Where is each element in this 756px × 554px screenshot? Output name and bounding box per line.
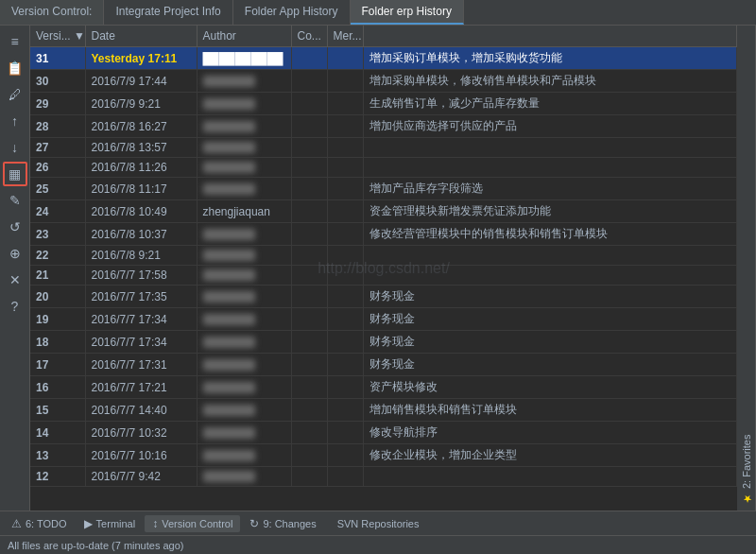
cell-date: 2016/7/8 13:57 — [85, 138, 197, 158]
bottom-tab-4[interactable]: SVN Repositories — [326, 516, 427, 531]
table-row[interactable]: 272016/7/8 13:57xxxxxxxxxx — [30, 138, 737, 158]
cell-date: 2016/7/7 17:34 — [85, 331, 197, 354]
cell-mer — [327, 376, 363, 399]
document-icon[interactable]: 📋 — [3, 56, 27, 80]
cell-author: xxxxxxxxxx — [197, 223, 291, 246]
table-row[interactable]: 172016/7/7 17:31xxxxxxxxxx财务现金 — [30, 354, 737, 376]
cell-co — [291, 47, 327, 70]
cell-author: ██████████ — [197, 47, 291, 70]
cell-date: 2016/7/9 17:44 — [85, 70, 197, 93]
tab-2[interactable]: Folder App History — [233, 0, 351, 25]
download-icon[interactable]: ↓ — [3, 135, 27, 160]
history-table-container[interactable]: http://blog.csdn.net/ Versi... ▼ Date Au… — [30, 26, 737, 511]
table-row[interactable]: 182016/7/7 17:34xxxxxxxxxx财务现金 — [30, 331, 737, 354]
cell-date: 2016/7/7 10:32 — [85, 422, 197, 444]
search-icon[interactable]: ⊕ — [3, 241, 27, 266]
tab-3[interactable]: Folder erp History — [351, 0, 464, 25]
table-row[interactable]: 282016/7/8 16:27xxxxxxxxxx增加供应商选择可供应的产品 — [30, 115, 737, 138]
refresh-icon[interactable]: ↺ — [3, 215, 27, 239]
bottom-tab-3[interactable]: ↻9: Changes — [242, 515, 323, 532]
bottom-tab-icon-1: ▶ — [84, 517, 93, 530]
table-row[interactable]: 302016/7/9 17:44xxxxxxxxxx增加采购单模块，修改销售单模… — [30, 70, 737, 93]
cell-co — [291, 422, 327, 444]
cell-date: 2016/7/7 17:34 — [85, 308, 197, 331]
table-row[interactable]: 142016/7/7 10:32xxxxxxxxxx修改导航排序 — [30, 422, 737, 444]
favorites-panel[interactable]: ★ 2: Favorites — [737, 26, 756, 511]
edit-icon[interactable]: ✎ — [3, 188, 27, 213]
status-bar: All files are up-to-date (7 minutes ago) — [0, 535, 756, 554]
cell-date: 2016/7/8 10:49 — [85, 200, 197, 223]
table-row[interactable]: 132016/7/7 10:16xxxxxxxxxx修改企业模块，增加企业类型 — [30, 444, 737, 467]
cell-version: 29 — [30, 93, 85, 115]
cell-co — [291, 286, 327, 308]
bottom-tab-1[interactable]: ▶Terminal — [77, 515, 144, 532]
cell-co — [291, 444, 327, 467]
table-header: Versi... ▼ Date Author Co... Mer... — [30, 26, 737, 47]
bottom-tab-2[interactable]: ↕Version Control — [145, 515, 240, 532]
table-row[interactable]: 162016/7/7 17:21xxxxxxxxxx资产模块修改 — [30, 376, 737, 399]
favorites-star-icon: ★ — [740, 493, 752, 505]
cell-message: 增加采购单模块，修改销售单模块和产品模块 — [363, 70, 737, 93]
cell-version: 28 — [30, 115, 85, 138]
table-row[interactable]: 202016/7/7 17:35xxxxxxxxxx财务现金 — [30, 286, 737, 308]
cell-author: xxxxxxxxxx — [197, 467, 291, 487]
col-mer[interactable]: Mer... — [327, 26, 363, 47]
col-date[interactable]: Date — [85, 26, 197, 47]
table-row[interactable]: 242016/7/8 10:49zhengjiaquan资金管理模块新增发票凭证… — [30, 200, 737, 223]
cell-date: 2016/7/8 11:17 — [85, 178, 197, 200]
tab-1[interactable]: Integrate Project Info — [104, 0, 232, 25]
col-co[interactable]: Co... — [291, 26, 327, 47]
cell-version: 16 — [30, 376, 85, 399]
cell-mer — [327, 70, 363, 93]
table-row[interactable]: 262016/7/8 11:26xxxxxxxxxx — [30, 158, 737, 178]
cell-mer — [327, 223, 363, 246]
table-row[interactable]: 31Yesterday 17:11██████████增加采购订单模块，增加采购… — [30, 47, 737, 70]
cell-co — [291, 200, 327, 223]
table-row[interactable]: 252016/7/8 11:17xxxxxxxxxx增加产品库存字段筛选 — [30, 178, 737, 200]
cell-version: 14 — [30, 422, 85, 444]
cell-co — [291, 223, 327, 246]
content-area: http://blog.csdn.net/ Versi... ▼ Date Au… — [30, 26, 737, 511]
cell-mer — [327, 158, 363, 178]
cell-co — [291, 266, 327, 286]
table-row[interactable]: 152016/7/7 14:40xxxxxxxxxx增加销售模块和销售订单模块 — [30, 399, 737, 422]
cell-version: 22 — [30, 246, 85, 266]
cell-message: 修改企业模块，增加企业类型 — [363, 444, 737, 467]
cell-version: 18 — [30, 331, 85, 354]
cell-mer — [327, 354, 363, 376]
cell-co — [291, 138, 327, 158]
bottom-tab-0[interactable]: ⚠6: TODO — [4, 515, 75, 532]
cell-co — [291, 93, 327, 115]
cell-date: 2016/7/8 10:37 — [85, 223, 197, 246]
grid-icon[interactable]: ▦ — [3, 162, 27, 186]
cell-mer — [327, 422, 363, 444]
close-icon[interactable]: ✕ — [3, 268, 27, 292]
cell-date: 2016/7/7 10:16 — [85, 444, 197, 467]
cell-version: 21 — [30, 266, 85, 286]
help-icon[interactable]: ? — [3, 294, 27, 319]
cell-message — [363, 246, 737, 266]
table-row[interactable]: 232016/7/8 10:37xxxxxxxxxx修改经营管理模块中的销售模块… — [30, 223, 737, 246]
table-row[interactable]: 192016/7/7 17:34xxxxxxxxxx财务现金 — [30, 308, 737, 331]
clipboard-icon[interactable]: ≡ — [3, 29, 27, 54]
upload-icon[interactable]: ↑ — [3, 109, 27, 133]
cell-author: xxxxxxxxxx — [197, 246, 291, 266]
settings-icon[interactable]: 🖊 — [3, 82, 27, 107]
cell-date: 2016/7/8 16:27 — [85, 115, 197, 138]
col-author[interactable]: Author — [197, 26, 291, 47]
cell-co — [291, 115, 327, 138]
cell-message: 生成销售订单，减少产品库存数量 — [363, 93, 737, 115]
table-row[interactable]: 122016/7/7 9:42xxxxxxxxxx — [30, 467, 737, 487]
cell-co — [291, 158, 327, 178]
table-row[interactable]: 212016/7/7 17:58xxxxxxxxxx — [30, 266, 737, 286]
cell-date: 2016/7/8 11:26 — [85, 158, 197, 178]
bottom-tab-label-4: SVN Repositories — [337, 518, 420, 529]
table-row[interactable]: 222016/7/8 9:21xxxxxxxxxx — [30, 246, 737, 266]
col-version[interactable]: Versi... ▼ — [30, 26, 85, 47]
table-row[interactable]: 292016/7/9 9:21xxxxxxxxxx生成销售订单，减少产品库存数量 — [30, 93, 737, 115]
tab-0[interactable]: Version Control: — [0, 0, 104, 25]
favorites-label-text: 2: Favorites — [741, 435, 752, 489]
cell-author: xxxxxxxxxx — [197, 354, 291, 376]
main-layout: ≡📋🖊↑↓▦✎↺⊕✕? http://blog.csdn.net/ Versi.… — [0, 26, 756, 511]
cell-mer — [327, 266, 363, 286]
